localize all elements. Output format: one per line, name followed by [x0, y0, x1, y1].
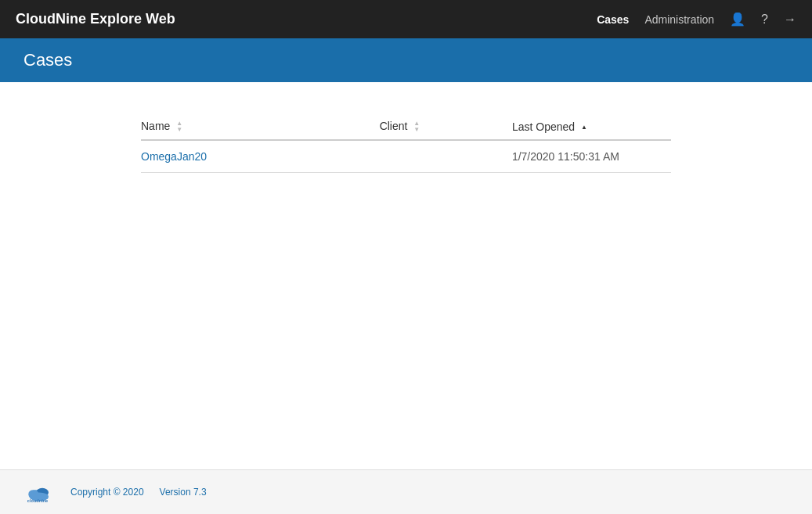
- user-icon[interactable]: 👤: [730, 12, 745, 27]
- col-header-last-opened[interactable]: Last Opened ▲: [512, 113, 671, 140]
- page-header: Cases: [0, 38, 812, 82]
- name-sort-arrows: ▲ ▼: [176, 120, 182, 133]
- cases-table: Name ▲ ▼ Client ▲ ▼ Last Opened: [141, 113, 671, 173]
- cell-case-name: OmegaJan20: [141, 140, 380, 173]
- main-content: Name ▲ ▼ Client ▲ ▼ Last Opened: [0, 82, 812, 469]
- app-brand: CloudNine Explore Web: [16, 11, 597, 27]
- help-icon[interactable]: ?: [761, 13, 768, 27]
- table-header-row: Name ▲ ▼ Client ▲ ▼ Last Opened: [141, 113, 671, 140]
- header-nav: Cases Administration 👤 ? →: [597, 12, 796, 27]
- svg-text:cloudnine: cloudnine: [27, 498, 48, 503]
- cell-case-client: [380, 140, 512, 173]
- nav-cases[interactable]: Cases: [597, 13, 629, 26]
- table-row: OmegaJan201/7/2020 11:50:31 AM: [141, 140, 671, 173]
- footer-version: Version 7.3: [160, 487, 207, 498]
- footer-copyright: Copyright © 2020: [70, 487, 144, 498]
- case-link[interactable]: OmegaJan20: [141, 150, 207, 163]
- last-opened-sort-arrows: ▲: [581, 124, 587, 131]
- nav-administration[interactable]: Administration: [644, 13, 714, 26]
- cell-last-opened: 1/7/2020 11:50:31 AM: [512, 140, 671, 173]
- cloudnine-logo-icon: cloudnine: [23, 480, 55, 504]
- header: CloudNine Explore Web Cases Administrati…: [0, 0, 812, 38]
- logout-icon[interactable]: →: [784, 13, 796, 27]
- col-header-name[interactable]: Name ▲ ▼: [141, 113, 380, 140]
- footer-logo: cloudnine: [23, 480, 55, 504]
- col-header-client[interactable]: Client ▲ ▼: [380, 113, 512, 140]
- page-title: Cases: [23, 50, 72, 70]
- client-sort-arrows: ▲ ▼: [413, 120, 420, 133]
- footer: cloudnine Copyright © 2020 Version 7.3: [0, 469, 812, 514]
